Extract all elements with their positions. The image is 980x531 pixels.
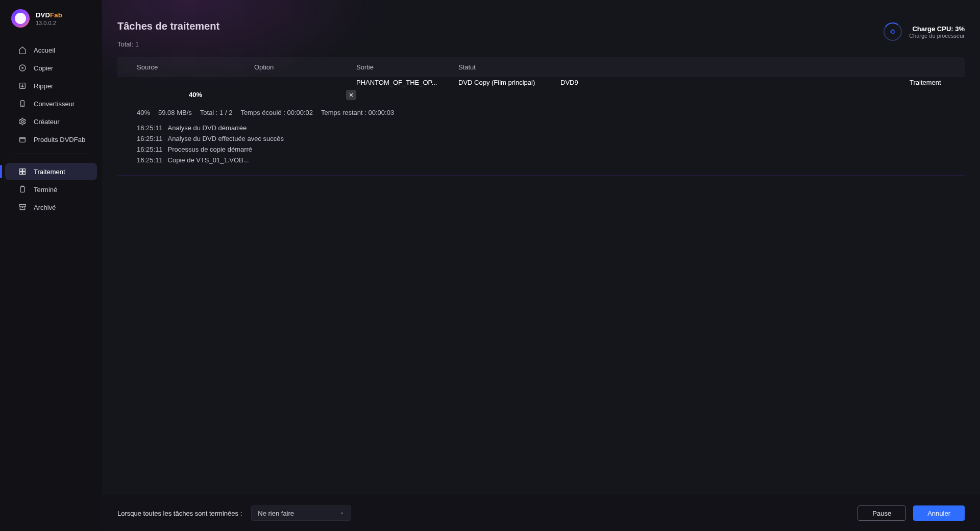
sidebar-nav-secondary: Traitement Terminé Archivé xyxy=(0,159,102,216)
cpu-ring-icon xyxy=(884,22,902,41)
svg-point-13 xyxy=(21,120,23,123)
on-complete-dropdown[interactable]: Ne rien faire xyxy=(251,505,351,521)
cell-percent: 40% xyxy=(137,91,254,99)
sidebar-item-accueil[interactable]: Accueil xyxy=(5,41,97,59)
svg-rect-20 xyxy=(19,205,26,206)
svg-rect-19 xyxy=(20,187,24,192)
task-row[interactable]: PHANTOM_OF_THE_OP... DVD Copy (Film prin… xyxy=(117,77,965,102)
col-option: Option xyxy=(254,63,356,71)
sidebar-item-label: Convertisseur xyxy=(34,100,75,108)
sidebar-item-label: Créateur xyxy=(34,118,60,126)
task-remove-button[interactable] xyxy=(346,90,356,100)
brand: DVDFab 13.0.0.2 xyxy=(0,9,102,38)
svg-rect-17 xyxy=(20,172,22,175)
svg-point-9 xyxy=(22,67,23,69)
gear-icon xyxy=(18,117,27,126)
stat-remaining: Temps restant : 00:00:03 xyxy=(321,109,394,116)
brand-version: 13.0.0.2 xyxy=(36,20,62,26)
sidebar-item-termine[interactable]: Terminé xyxy=(5,181,97,198)
brand-logo-icon xyxy=(11,9,30,28)
sidebar-item-copier[interactable]: Copier xyxy=(5,59,97,77)
main: Tâches de traitement Total: 1 Charge CPU… xyxy=(102,0,980,531)
dropdown-value: Ne rien faire xyxy=(258,510,294,517)
sidebar-item-traitement[interactable]: Traitement xyxy=(5,163,97,180)
sidebar-item-label: Archivé xyxy=(34,204,56,211)
cancel-button[interactable]: Annuler xyxy=(913,505,965,521)
log-message: Analyse du DVD démarrée xyxy=(168,124,247,132)
box-icon xyxy=(18,135,27,143)
col-statut: Statut xyxy=(458,63,560,71)
sidebar-item-label: Traitement xyxy=(34,168,65,176)
on-complete-label: Lorsque toutes les tâches sont terminées… xyxy=(117,510,242,517)
sidebar-item-archive[interactable]: Archivé xyxy=(5,199,97,216)
brand-name: DVDFab xyxy=(36,11,62,19)
export-icon xyxy=(18,82,27,90)
sidebar-item-label: Copier xyxy=(34,64,53,72)
sidebar-item-convertisseur[interactable]: Convertisseur xyxy=(5,95,97,112)
col-source: Source xyxy=(137,63,254,71)
footer: Lorsque toutes les tâches sont terminées… xyxy=(102,495,980,531)
stat-percent: 40% xyxy=(137,109,150,116)
log-time: 16:25:11 xyxy=(137,146,163,153)
stat-elapsed: Temps écoulé : 00:00:02 xyxy=(240,109,313,116)
log-line: 16:25:11Processus de copie démarré xyxy=(137,144,945,155)
col-sortie: Sortie xyxy=(356,63,458,71)
sidebar-nav-primary: Accueil Copier Ripper Convertisseur Créa… xyxy=(0,38,102,149)
pause-button[interactable]: Pause xyxy=(857,505,906,521)
stat-total: Total : 1 / 2 xyxy=(200,109,233,116)
cell-option: DVD Copy (Film principal) xyxy=(458,79,560,86)
log-message: Copie de VTS_01_1.VOB... xyxy=(168,156,249,164)
log-line: 16:25:11Analyse du DVD démarrée xyxy=(137,123,945,133)
svg-rect-14 xyxy=(20,137,26,142)
table-header: Source Option Sortie Statut xyxy=(117,57,965,77)
sidebar: DVDFab 13.0.0.2 Accueil Copier Ripper Co… xyxy=(0,0,102,531)
chevron-down-icon xyxy=(339,511,345,516)
stat-speed: 59.08 MB/s xyxy=(158,109,192,116)
log-line: 16:25:11Analyse du DVD effectuée avec su… xyxy=(137,133,945,144)
sidebar-item-label: Accueil xyxy=(34,46,55,54)
svg-rect-18 xyxy=(23,172,26,175)
total-count: Total: 1 xyxy=(117,40,219,48)
sidebar-item-label: Produits DVDFab xyxy=(34,136,85,143)
sidebar-item-ripper[interactable]: Ripper xyxy=(5,77,97,94)
sidebar-separator xyxy=(12,154,90,154)
cpu-load-widget: Charge CPU: 3% Charge du processeur xyxy=(884,22,965,41)
task-details: 40% 59.08 MB/s Total : 1 / 2 Temps écoul… xyxy=(117,102,965,176)
log-message: Analyse du DVD effectuée avec succès xyxy=(168,135,284,142)
sidebar-item-createur[interactable]: Créateur xyxy=(5,113,97,130)
task-stats-line: 40% 59.08 MB/s Total : 1 / 2 Temps écoul… xyxy=(137,109,945,116)
svg-rect-22 xyxy=(891,30,894,33)
archive-icon xyxy=(18,203,27,211)
sidebar-item-label: Ripper xyxy=(34,82,53,90)
cell-source: PHANTOM_OF_THE_OP... xyxy=(356,79,458,86)
disc-icon xyxy=(18,64,27,72)
sidebar-item-produits[interactable]: Produits DVDFab xyxy=(5,131,97,148)
cpu-load-value: Charge CPU: 3% xyxy=(909,25,965,33)
page-title: Tâches de traitement xyxy=(117,20,219,32)
svg-rect-16 xyxy=(23,169,26,172)
clipboard-icon xyxy=(18,185,27,194)
log-time: 16:25:11 xyxy=(137,124,163,132)
log-line: 16:25:11Copie de VTS_01_1.VOB... xyxy=(137,155,945,165)
sidebar-item-label: Terminé xyxy=(34,186,57,194)
tasks-table: Source Option Sortie Statut PHANTOM_OF_T… xyxy=(117,57,965,490)
home-icon xyxy=(18,46,27,54)
cpu-load-label: Charge du processeur xyxy=(909,33,965,39)
cell-statut: Traitement xyxy=(910,79,945,86)
chip-icon xyxy=(889,28,896,35)
grid-icon xyxy=(18,167,27,176)
svg-point-8 xyxy=(19,65,26,71)
phone-icon xyxy=(18,100,27,108)
log-time: 16:25:11 xyxy=(137,135,163,142)
log-message: Processus de copie démarré xyxy=(168,146,252,153)
svg-rect-15 xyxy=(20,169,22,172)
cell-sortie: DVD9 xyxy=(560,79,910,86)
log-time: 16:25:11 xyxy=(137,156,163,164)
